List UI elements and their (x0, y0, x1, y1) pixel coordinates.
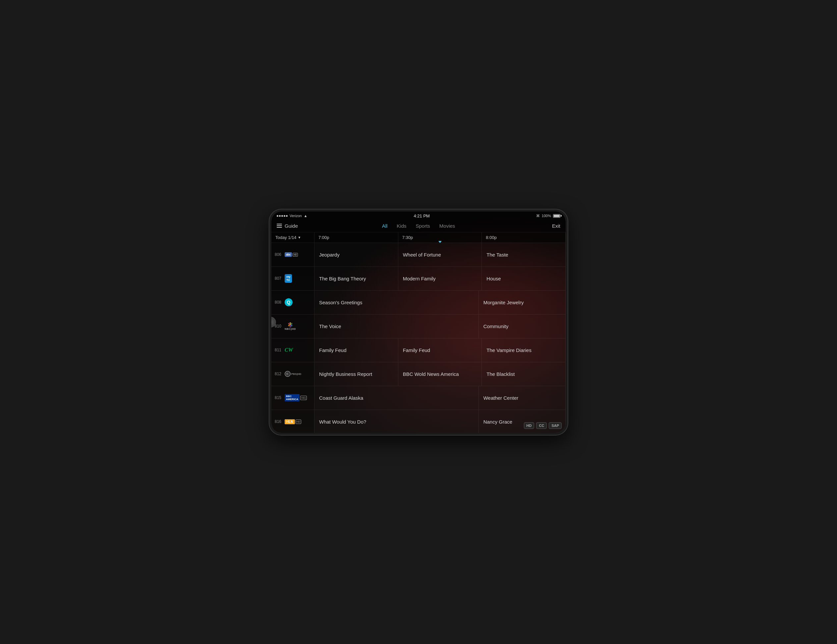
channel-cell-812[interactable]: 812 PBS|HD (271, 362, 315, 386)
nav-right: Exit (489, 223, 560, 229)
battery-indicator (553, 214, 560, 218)
program-the-voice[interactable]: The Voice (315, 315, 479, 338)
time-slot-700: 7:00p (315, 232, 398, 243)
channel-number: 810 (275, 324, 283, 329)
battery-fill (554, 215, 560, 217)
channel-cell-806[interactable]: 806 abc HD (271, 243, 315, 266)
channel-number: 807 (275, 276, 283, 281)
time-display: 4:21 PM (414, 214, 430, 219)
signal-dot (281, 215, 283, 217)
signal-dot (277, 215, 278, 217)
channel-logo-q: Q (285, 297, 292, 307)
channel-row-815: 815 BBCAMERICA HD| Coast Guard Alaska We… (271, 386, 566, 410)
hd-badge: HD (524, 422, 535, 429)
channel-number: 806 (275, 252, 283, 257)
time-header: Today 1/14 ▼ 7:00p 7:30p 8:00p (271, 232, 566, 243)
channel-cell-816[interactable]: 816 HLN HD (271, 410, 315, 433)
nav-bar: Guide All Kids Sports Movies Exit (271, 220, 566, 232)
hd-badge: HD| (300, 396, 307, 400)
side-button[interactable] (567, 295, 568, 299)
tab-all[interactable]: All (382, 222, 388, 229)
signal-dots (277, 215, 287, 217)
program-what-would-you-do[interactable]: What Would You Do? (315, 410, 479, 433)
tab-sports[interactable]: Sports (415, 222, 430, 229)
carrier-label: Verizon (290, 214, 302, 218)
channel-cell-808[interactable]: 808 Q (271, 291, 315, 314)
channel-number: 812 (275, 371, 283, 376)
program-jeopardy[interactable]: Jeopardy (315, 243, 398, 266)
mytv-logo: myTV (285, 274, 292, 283)
channel-row-807: 807 myTV The Big Bang Theory Modern Fami… (271, 267, 566, 291)
program-big-bang-theory[interactable]: The Big Bang Theory (315, 267, 398, 290)
program-family-feud-1[interactable]: Family Feud (315, 338, 398, 362)
menu-button[interactable] (277, 224, 282, 228)
program-coast-guard-alaska[interactable]: Coast Guard Alaska (315, 386, 479, 410)
channel-number: 808 (275, 300, 283, 305)
program-morganite-jewelry[interactable]: Morganite Jewelry (479, 291, 566, 314)
program-the-taste[interactable]: The Taste (482, 243, 566, 266)
time-slots: 7:00p 7:30p 8:00p (315, 232, 566, 243)
program-house[interactable]: House (482, 267, 566, 290)
channel-row-810: 810 (271, 315, 566, 338)
program-modern-family[interactable]: Modern Family (398, 267, 482, 290)
pbs-icon (286, 372, 289, 376)
status-right: ⌘ 100% (536, 214, 560, 218)
pbs-logo: PBS|HD (285, 371, 301, 377)
program-weather-center[interactable]: Weather Center (479, 386, 566, 410)
channel-row-806: 806 abc HD Jeopardy Wheel of Fortune The… (271, 243, 566, 267)
channel-rows: 806 abc HD Jeopardy Wheel of Fortune The… (271, 243, 566, 433)
programs-808: Season's Greetings Morganite Jewelry (315, 291, 566, 314)
program-nightly-business[interactable]: Nightly Business Report (315, 362, 398, 386)
cc-badge: CC (536, 422, 547, 429)
time-slot-730: 7:30p (398, 232, 482, 243)
hamburger-line (277, 227, 282, 228)
channel-cell-811[interactable]: 811 CW (271, 338, 315, 362)
date-cell[interactable]: Today 1/14 ▼ (271, 232, 315, 243)
exit-button[interactable]: Exit (552, 223, 560, 229)
channel-logo-bbca: BBCAMERICA HD| (285, 393, 307, 402)
battery-percent: 100% (542, 214, 551, 218)
hd-badge: HD (295, 420, 302, 424)
programs-807: The Big Bang Theory Modern Family House (315, 267, 566, 290)
tab-kids[interactable]: Kids (397, 222, 406, 229)
pbs-text: PBS|HD (291, 373, 301, 376)
program-vampire-diaries[interactable]: The Vampire Diaries (482, 338, 566, 362)
bluetooth-icon: ⌘ (536, 214, 540, 218)
program-seasons-greetings[interactable]: Season's Greetings (315, 291, 479, 314)
date-label: Today 1/14 (275, 235, 297, 240)
program-family-feud-2[interactable]: Family Feud (398, 338, 482, 362)
bbca-logo: BBCAMERICA (285, 394, 300, 401)
tab-movies[interactable]: Movies (439, 222, 455, 229)
tablet-frame: Verizon ▲ 4:21 PM ⌘ 100% (269, 209, 568, 435)
channel-number: 815 (275, 396, 283, 400)
cw-logo: CW (285, 347, 293, 353)
status-left: Verizon ▲ (277, 214, 307, 218)
signal-dot (284, 215, 285, 217)
channel-number: 816 (275, 419, 283, 424)
nbc-logo: NBC|HD (285, 322, 296, 330)
program-wheel-of-fortune[interactable]: Wheel of Fortune (398, 243, 482, 266)
nbc-text: NBC|HD (285, 327, 296, 330)
program-bbc-news[interactable]: BBC Wold News America (398, 362, 482, 386)
guide-title: Guide (285, 223, 298, 229)
q-logo: Q (285, 298, 292, 306)
sap-badge: SAP (549, 422, 562, 429)
program-the-blacklist[interactable]: The Blacklist (482, 362, 566, 386)
channel-cell-815[interactable]: 815 BBCAMERICA HD| (271, 386, 315, 410)
channel-row-816: 816 HLN HD What Would You Do? Nancy Grac… (271, 410, 566, 433)
signal-dot (279, 215, 281, 217)
hd-badge: HD (292, 253, 298, 256)
hamburger-line (277, 224, 282, 224)
hln-logo: HLN (285, 419, 295, 424)
channel-logo-hln: HLN HD (285, 417, 301, 426)
program-nancy-grace[interactable]: Nancy Grace (479, 410, 566, 433)
programs-811: Family Feud Family Feud The Vampire Diar… (315, 338, 566, 362)
channel-cell-810[interactable]: 810 (271, 315, 315, 338)
bottom-badges: HD CC SAP (524, 422, 562, 429)
program-community[interactable]: Community (479, 315, 566, 338)
channel-row-812: 812 PBS|HD (271, 362, 566, 386)
battery-icon (553, 214, 560, 218)
nav-left: Guide (277, 223, 348, 229)
nbc-peacock-icon (287, 322, 294, 327)
channel-cell-807[interactable]: 807 myTV (271, 267, 315, 290)
